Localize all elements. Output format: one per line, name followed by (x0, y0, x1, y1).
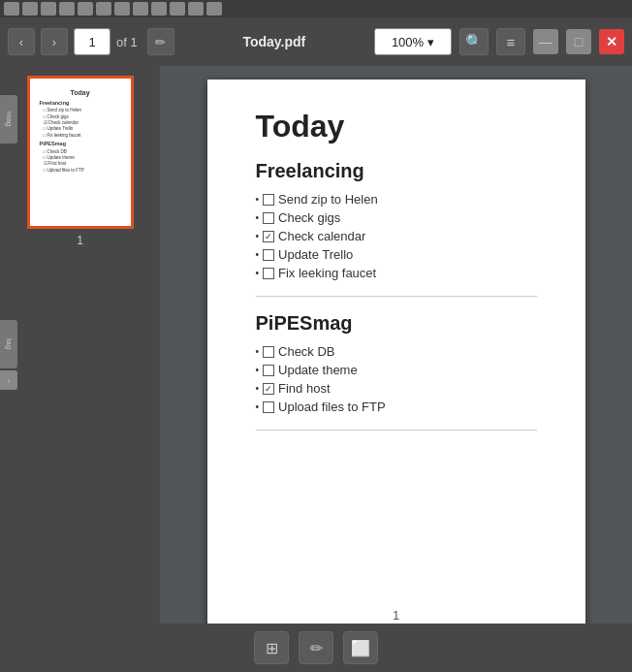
pdf-page: Today Freelancing • Send zip to Helen • … (207, 80, 585, 624)
zoom-value: 100% (392, 35, 424, 49)
bullet-icon: • (256, 365, 260, 375)
checkbox-upload-files[interactable] (263, 401, 274, 413)
content-area: Today Freelancing □ Send zip to Helen □ … (0, 66, 632, 624)
item-text: Fix leeking faucet (278, 266, 376, 280)
sidebar: Today Freelancing □ Send zip to Helen □ … (0, 66, 160, 624)
bullet-icon: • (256, 383, 260, 394)
section-divider-1 (256, 296, 537, 297)
checkbox-update-trello[interactable] (263, 249, 274, 261)
maximize-button[interactable]: □ (566, 29, 591, 54)
page-of-label: of 1 (116, 35, 138, 49)
list-item: • Find host (256, 381, 537, 396)
system-icon-10 (170, 2, 185, 16)
system-icon-12 (206, 2, 222, 16)
system-toolbar (0, 0, 632, 17)
bullet-icon: • (256, 268, 260, 278)
item-text: Send zip to Helen (278, 192, 378, 207)
item-text: Check calendar (278, 229, 365, 243)
list-item: • Update theme (256, 363, 537, 377)
list-item: • Check calendar (256, 229, 537, 243)
system-icon-8 (133, 2, 148, 16)
section-title-freelancing: Freelancing (256, 160, 537, 182)
thumbnail-page-num: 1 (27, 234, 134, 247)
system-icon-11 (188, 2, 204, 16)
freelancing-list: • Send zip to Helen • Check gigs • Check… (256, 192, 537, 280)
minimize-button[interactable]: — (533, 29, 558, 54)
list-item: • Check gigs (256, 210, 537, 225)
system-icon-7 (114, 2, 130, 16)
bottom-edit-button[interactable]: ✏ (299, 631, 333, 664)
list-item: • Send zip to Helen (256, 192, 537, 207)
item-text: Check gigs (278, 210, 340, 225)
export-button[interactable]: ⬜ (343, 631, 378, 664)
list-item: • Upload files to FTP (256, 400, 537, 414)
close-button[interactable]: ✕ (599, 29, 624, 54)
pdf-page-number: 1 (393, 608, 399, 623)
list-item: • Update Trello (256, 247, 537, 262)
system-icon-9 (151, 2, 167, 16)
grid-view-button[interactable]: ⊞ (254, 631, 289, 664)
forward-button[interactable]: › (41, 28, 68, 55)
pdf-main-area: Today Freelancing • Send zip to Helen • … (160, 66, 632, 624)
pdf-title: Today (256, 109, 537, 144)
item-text: Check DB (278, 344, 335, 359)
page-number-input[interactable]: 1 (74, 28, 111, 55)
system-icon-3 (41, 2, 56, 16)
menu-button[interactable]: ≡ (496, 28, 525, 55)
bullet-icon: • (256, 231, 260, 241)
sidebar-tab-tag[interactable]: tag (0, 320, 17, 368)
bullet-icon: • (256, 401, 260, 412)
checkbox-update-theme[interactable] (263, 365, 274, 376)
checkbox-check-db[interactable] (263, 346, 274, 358)
checkbox-send-zip[interactable] (263, 194, 274, 206)
list-item: • Fix leeking faucet (256, 266, 537, 280)
bottom-toolbar: ⊞ ✏ ⬜ (0, 624, 632, 672)
sidebar-expand-btn[interactable]: › (0, 370, 17, 390)
zoom-dropdown-icon: ▾ (427, 35, 434, 49)
list-item: • Check DB (256, 344, 537, 359)
item-text: Update Trello (278, 247, 353, 262)
search-button[interactable]: 🔍 (459, 28, 489, 55)
bullet-icon: • (256, 249, 260, 260)
header-bar: ‹ › 1 of 1 ✏ Today.pdf 100% ▾ 🔍 ≡ — □ ✕ (0, 17, 632, 66)
item-text: Find host (278, 381, 330, 396)
system-icon-4 (59, 2, 75, 16)
edit-button[interactable]: ✏ (147, 28, 174, 55)
bullet-icon: • (256, 212, 260, 223)
system-icon-2 (22, 2, 38, 16)
pdf-viewer: ‹ › 1 of 1 ✏ Today.pdf 100% ▾ 🔍 ≡ — □ ✕ … (0, 17, 632, 672)
system-icon-1 (4, 2, 19, 16)
page-thumbnail[interactable]: Today Freelancing □ Send zip to Helen □ … (27, 76, 134, 229)
section-title-pipesmag: PiPESmag (256, 312, 537, 335)
filename-label: Today.pdf (180, 34, 368, 49)
item-text: Update theme (278, 363, 358, 377)
system-icon-6 (96, 2, 111, 16)
pipesmag-list: • Check DB • Update theme • Find host (256, 344, 537, 414)
item-text: Upload files to FTP (278, 400, 386, 414)
checkbox-check-gigs[interactable] (263, 212, 274, 224)
thumbnail-content: Today Freelancing □ Send zip to Helen □ … (36, 84, 125, 220)
system-icon-5 (78, 2, 93, 16)
sidebar-tab-mag[interactable]: mag (0, 95, 17, 144)
checkbox-check-calendar[interactable] (263, 231, 274, 242)
section-divider-2 (256, 430, 537, 431)
bullet-icon: • (256, 194, 260, 205)
zoom-selector[interactable]: 100% ▾ (374, 28, 452, 55)
checkbox-fix-faucet[interactable] (263, 268, 274, 279)
checkbox-find-host[interactable] (263, 383, 274, 395)
bullet-icon: • (256, 346, 260, 357)
back-button[interactable]: ‹ (8, 28, 35, 55)
